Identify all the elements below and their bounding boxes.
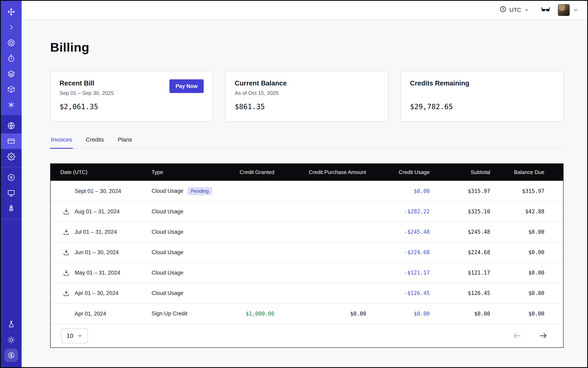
column-header: Credit Granted — [221, 164, 282, 181]
table-row: May 01 – 31, 2024 Cloud Usage -$121.17 $… — [51, 263, 563, 283]
tab-invoices[interactable]: Invoices — [50, 134, 73, 149]
summary-cards: Recent Bill Sep 01 – Sep 30, 2025 Pay No… — [50, 71, 563, 122]
table-row: Apr 01, 2024 Sign Up Credit $1,000.00 $0… — [51, 303, 563, 324]
balance-due-cell: $0.00 — [498, 263, 563, 283]
tab-credits[interactable]: Credits — [85, 134, 105, 149]
asterisk-icon[interactable] — [1, 97, 22, 113]
card-amount: $29,782.65 — [410, 103, 554, 111]
table-row: Sept 01 – 30, 2024 Cloud UsagePending $0… — [51, 181, 563, 201]
page-size-select[interactable]: 10 — [61, 328, 88, 343]
table-row: Jul 01 – 31, 2024 Cloud Usage -$245.48 $… — [51, 222, 563, 242]
subtotal-cell: $245.48 — [437, 222, 498, 242]
credit-purchase-cell: $0.00 — [282, 303, 373, 324]
credits-remaining-card: Credits Remaining $29,782.65 — [401, 71, 563, 122]
card-subtitle: As of Oct 15, 2025 — [235, 90, 287, 96]
pay-now-button[interactable]: Pay Now — [169, 79, 204, 93]
card-subtitle: Sep 01 – Sep 30, 2025 — [60, 90, 114, 96]
sidebar-section-lower — [1, 167, 22, 219]
table-footer: 10 — [51, 324, 563, 347]
invoice-type: Cloud Usage — [152, 188, 183, 194]
move-icon[interactable] — [1, 4, 22, 19]
column-header: Date (UTC) — [51, 164, 144, 181]
subtotal-cell: $325.10 — [437, 201, 498, 222]
card-title: Credits Remaining — [410, 79, 470, 87]
subtotal-cell: $0.00 — [437, 303, 498, 324]
table-row: Apr 01 – 30, 2024 Cloud Usage -$126.45 $… — [51, 283, 563, 303]
tabs: InvoicesCreditsPlans — [50, 134, 563, 149]
timezone-selector[interactable]: UTC — [499, 6, 529, 14]
tab-plans[interactable]: Plans — [117, 134, 133, 149]
invoices-table: Date (UTC)TypeCredit GrantedCredit Purch… — [50, 163, 563, 348]
prev-page-button[interactable] — [513, 331, 522, 340]
sidebar — [1, 1, 22, 367]
download-invoice-button[interactable] — [63, 229, 71, 235]
sidebar-section-top — [1, 1, 22, 115]
card-subtitle — [410, 90, 470, 96]
monitor-icon[interactable] — [1, 185, 22, 201]
column-header: Subtotal — [437, 164, 498, 181]
credit-usage-cell: $0.00 — [373, 303, 437, 324]
globe-icon[interactable] — [1, 118, 22, 133]
sun-icon[interactable] — [1, 332, 22, 348]
next-page-button[interactable] — [539, 331, 548, 340]
user-menu[interactable] — [558, 4, 578, 16]
rocket-icon[interactable] — [1, 201, 22, 216]
credit-usage-cell: -$224.68 — [373, 242, 437, 263]
card-title: Recent Bill — [60, 79, 114, 87]
balance-due-cell: $0.00 — [498, 283, 563, 303]
credit-purchase-cell — [282, 181, 373, 201]
card-amount: $861.35 — [235, 103, 379, 111]
invoice-type: Cloud Usage — [152, 229, 183, 235]
dollar-icon[interactable] — [1, 348, 22, 363]
subtotal-cell: $224.68 — [437, 242, 498, 263]
chevron-down-icon — [573, 7, 578, 13]
credit-usage-cell: $0.00 — [373, 181, 437, 201]
dollar-icon-background — [4, 349, 18, 362]
balance-due-cell: $42.88 — [498, 201, 563, 222]
goggles-icon[interactable] — [541, 5, 551, 15]
credit-granted-cell — [221, 242, 282, 263]
sidebar-section-bottom — [1, 317, 22, 367]
invoice-table-head-row: Date (UTC)TypeCredit GrantedCredit Purch… — [51, 164, 563, 181]
chevron-right-icon[interactable] — [1, 19, 22, 35]
download-invoice-button[interactable] — [63, 208, 71, 215]
page-content: Billing Recent Bill Sep 01 – Sep 30, 202… — [22, 19, 587, 367]
sidebar-section-middle — [1, 115, 22, 167]
credit-granted-cell — [221, 222, 282, 242]
credit-usage-cell: -$126.45 — [373, 283, 437, 303]
column-header: Credit Purchase Amount — [282, 164, 373, 181]
chevron-down-icon — [524, 7, 529, 13]
credit-granted-cell: $1,000.00 — [221, 303, 282, 324]
layers-icon[interactable] — [1, 66, 22, 82]
invoice-date: May 01 – 31, 2024 — [75, 270, 120, 276]
flask-icon[interactable] — [1, 317, 22, 332]
credit-usage-cell: -$121.17 — [373, 263, 437, 283]
credit-purchase-cell — [282, 242, 373, 263]
invoice-table-body: Sept 01 – 30, 2024 Cloud UsagePending $0… — [51, 181, 563, 324]
avatar — [558, 4, 570, 16]
status-badge: Pending — [188, 187, 212, 195]
table-row: Jun 01 – 30, 2024 Cloud Usage -$224.68 $… — [51, 242, 563, 263]
invoice-type: Cloud Usage — [152, 209, 183, 215]
credit-granted-cell — [221, 283, 282, 303]
page-title: Billing — [50, 40, 563, 55]
download-invoice-button[interactable] — [63, 269, 71, 276]
gear-icon[interactable] — [1, 149, 22, 165]
download-invoice-button[interactable] — [63, 290, 71, 297]
credit-card-icon[interactable] — [1, 133, 22, 149]
subtotal-cell: $121.17 — [437, 263, 498, 283]
target-icon[interactable] — [1, 35, 22, 51]
page-size-value: 10 — [66, 332, 73, 339]
credit-purchase-cell — [282, 201, 373, 222]
download-invoice-button[interactable] — [63, 249, 71, 256]
credit-granted-cell — [221, 263, 282, 283]
timezone-label: UTC — [509, 7, 521, 13]
timer-icon[interactable] — [1, 51, 22, 66]
invoice-date: Sept 01 – 30, 2024 — [75, 188, 121, 194]
invoice-type: Cloud Usage — [152, 290, 183, 296]
invoice-date: Jun 01 – 30, 2024 — [75, 249, 119, 255]
package-icon[interactable] — [1, 82, 22, 97]
credit-purchase-cell — [282, 283, 373, 303]
circle-x-icon[interactable] — [1, 170, 22, 185]
card-amount: $2,061.35 — [60, 103, 204, 111]
